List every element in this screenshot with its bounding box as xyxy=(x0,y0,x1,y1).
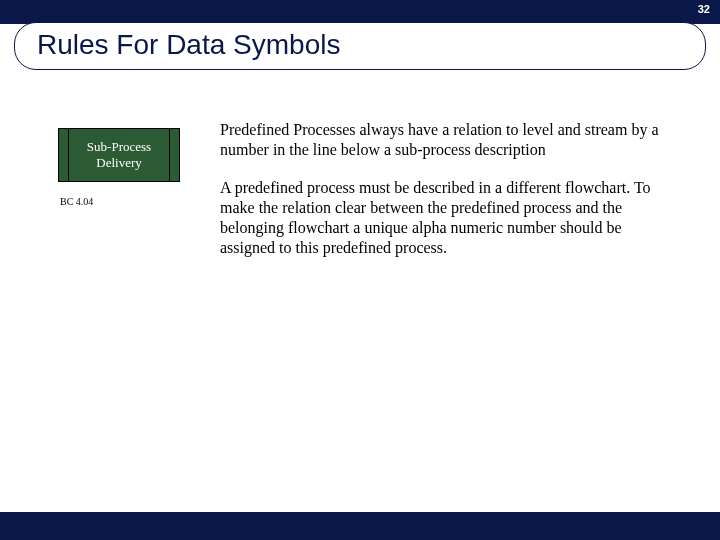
page-number: 32 xyxy=(698,3,710,15)
symbol-label: Sub-Process Delivery xyxy=(87,139,151,172)
symbol-label-line1: Sub-Process xyxy=(87,139,151,154)
paragraph-1: Predefined Processes always have a relat… xyxy=(220,120,680,160)
content-area: Sub-Process Delivery BC 4.04 Predefined … xyxy=(0,72,720,258)
header-bar: 32 xyxy=(0,0,720,24)
paragraph-2: A predefined process must be described i… xyxy=(220,178,680,258)
slide-title: Rules For Data Symbols xyxy=(37,29,683,61)
symbol-reference-code: BC 4.04 xyxy=(58,196,188,207)
predefined-process-symbol: Sub-Process Delivery xyxy=(58,128,180,182)
footer-bar xyxy=(0,512,720,540)
symbol-label-line2: Delivery xyxy=(96,155,141,170)
symbol-column: Sub-Process Delivery BC 4.04 xyxy=(58,128,188,207)
description-column: Predefined Processes always have a relat… xyxy=(220,120,680,258)
title-bar: Rules For Data Symbols xyxy=(14,22,706,70)
